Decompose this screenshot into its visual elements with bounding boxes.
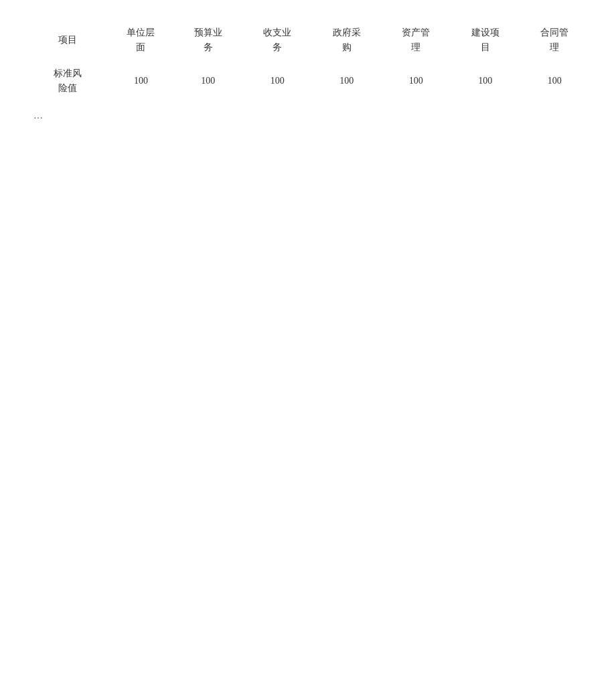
value-revenue: 100 (243, 61, 312, 102)
value-budget: 100 (173, 61, 242, 102)
table-wrapper: 项目 单位层 面 预算业 务 收支业 务 (27, 20, 589, 129)
header-col-procurement: 政府采 购 (312, 20, 381, 61)
header-col-contract: 合同管 理 (520, 20, 589, 61)
value-procurement: 100 (312, 61, 381, 102)
value-construction: 100 (451, 61, 520, 102)
header-col-construction: 建设项 目 (451, 20, 520, 61)
header-col-item: 项目 (27, 20, 108, 61)
main-table: 项目 单位层 面 预算业 务 收支业 务 (27, 20, 589, 129)
value-contract: 100 (520, 61, 589, 102)
header-col-budget: 预算业 务 (173, 20, 242, 61)
header-row: 项目 单位层 面 预算业 务 收支业 务 (27, 20, 589, 61)
header-col-assets: 资产管 理 (382, 20, 451, 61)
unit-header-text: 单位层 面 (127, 27, 155, 52)
data-row: 标准风 险值 100 100 100 100 (27, 61, 589, 102)
value-unit: 100 (108, 61, 173, 102)
ellipsis-row: … (27, 102, 589, 129)
ellipsis-cell: … (27, 102, 589, 129)
header-col-unit: 单位层 面 (108, 20, 173, 61)
header-col-revenue: 收支业 务 (243, 20, 312, 61)
row-label: 标准风 险值 (27, 61, 108, 102)
page-container: 项目 单位层 面 预算业 务 收支业 务 (0, 0, 616, 681)
value-assets: 100 (382, 61, 451, 102)
